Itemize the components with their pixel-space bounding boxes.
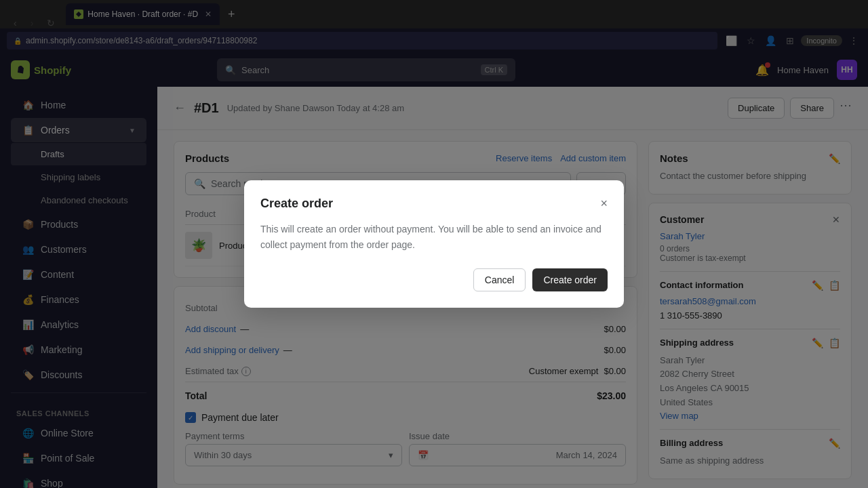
- modal-footer: Cancel Create order: [260, 268, 608, 291]
- modal-header: Create order ×: [260, 197, 608, 211]
- modal-cancel-btn[interactable]: Cancel: [473, 268, 526, 291]
- modal-overlay: Create order × This will create an order…: [0, 0, 868, 488]
- modal-confirm-btn[interactable]: Create order: [532, 268, 608, 291]
- modal-close-btn[interactable]: ×: [600, 197, 608, 211]
- modal-title: Create order: [260, 197, 333, 211]
- modal-body: This will create an order without paymen…: [260, 222, 608, 252]
- create-order-modal: Create order × This will create an order…: [244, 180, 624, 308]
